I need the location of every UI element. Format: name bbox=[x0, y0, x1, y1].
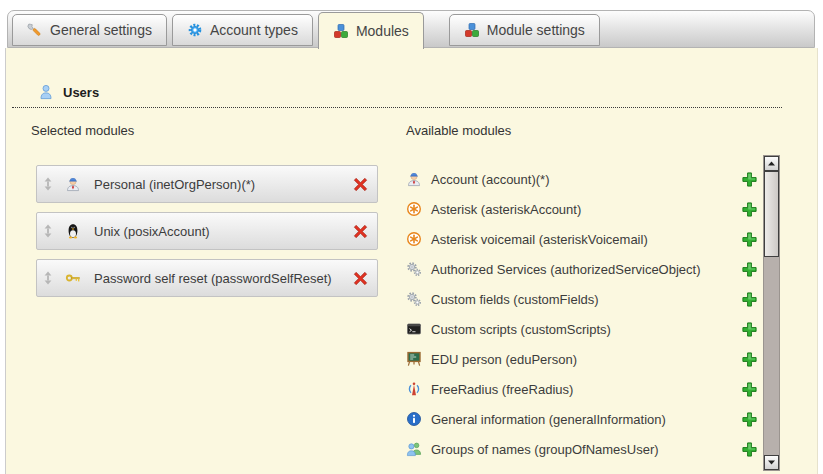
add-module-button[interactable] bbox=[741, 201, 758, 218]
tab-module-settings[interactable]: Module settings bbox=[449, 14, 600, 46]
available-modules-list: Account (account)(*) Asterisk (asteriskA… bbox=[406, 164, 758, 464]
selected-module-row: Unix (posixAccount) bbox=[36, 212, 378, 250]
person-icon bbox=[406, 171, 422, 187]
add-module-button[interactable] bbox=[741, 321, 758, 338]
available-module-row: Asterisk voicemail (asteriskVoicemail) bbox=[406, 224, 758, 254]
selected-modules-heading: Selected modules bbox=[31, 123, 134, 138]
available-module-row: Account (account)(*) bbox=[406, 164, 758, 194]
available-module-row: General information (generalInformation) bbox=[406, 404, 758, 434]
person-icon bbox=[65, 176, 81, 192]
available-module-row: FreeRadius (freeRadius) bbox=[406, 374, 758, 404]
available-module-row: Groups of names (groupOfNamesUser) bbox=[406, 434, 758, 464]
module-label: Personal (inetOrgPerson)(*) bbox=[94, 177, 255, 192]
lam-configuration-page: General settings Account types Modules M… bbox=[0, 0, 823, 474]
user-icon bbox=[38, 84, 54, 100]
wrench-icon bbox=[27, 22, 43, 38]
cubes-icon bbox=[333, 23, 349, 39]
section-title: Users bbox=[63, 85, 99, 100]
add-module-button[interactable] bbox=[741, 171, 758, 188]
available-module-row: EDU person (eduPerson) bbox=[406, 344, 758, 374]
module-label: Groups of names (groupOfNamesUser) bbox=[431, 442, 659, 457]
content-area: Users Selected modules Available modules… bbox=[5, 48, 818, 474]
module-label: Asterisk (asteriskAccount) bbox=[431, 202, 581, 217]
drag-handle-icon[interactable] bbox=[43, 177, 53, 191]
scrollbar-thumb[interactable] bbox=[764, 171, 779, 257]
cubes-icon bbox=[464, 22, 480, 38]
scroll-up-button[interactable] bbox=[764, 156, 779, 171]
module-label: Asterisk voicemail (asteriskVoicemail) bbox=[431, 232, 648, 247]
scroll-down-button[interactable] bbox=[764, 455, 779, 470]
module-label: Unix (posixAccount) bbox=[94, 224, 210, 239]
available-module-row: Authorized Services (authorizedServiceOb… bbox=[406, 254, 758, 284]
module-label: Password self reset (passwordSelfReset) bbox=[94, 271, 332, 286]
add-module-button[interactable] bbox=[741, 291, 758, 308]
key-icon bbox=[65, 270, 81, 286]
available-module-row: Custom scripts (customScripts) bbox=[406, 314, 758, 344]
tab-general-settings[interactable]: General settings bbox=[12, 14, 167, 46]
gears-icon bbox=[406, 291, 422, 307]
available-modules-heading: Available modules bbox=[406, 123, 511, 138]
terminal-icon bbox=[406, 321, 422, 337]
asterisk-icon bbox=[406, 201, 422, 217]
selected-modules-list: Personal (inetOrgPerson)(*) Unix (posixA… bbox=[36, 165, 378, 306]
available-modules-scrollbar[interactable] bbox=[763, 155, 780, 471]
info-icon bbox=[406, 411, 422, 427]
module-label: Custom scripts (customScripts) bbox=[431, 322, 611, 337]
add-module-button[interactable] bbox=[741, 231, 758, 248]
module-label: Account (account)(*) bbox=[431, 172, 550, 187]
add-module-button[interactable] bbox=[741, 381, 758, 398]
selected-module-row: Password self reset (passwordSelfReset) bbox=[36, 259, 378, 297]
tab-label: Account types bbox=[210, 22, 298, 38]
module-label: Custom fields (customFields) bbox=[431, 292, 599, 307]
remove-module-button[interactable] bbox=[352, 176, 369, 193]
module-label: General information (generalInformation) bbox=[431, 412, 666, 427]
add-module-button[interactable] bbox=[741, 351, 758, 368]
tab-label: Module settings bbox=[487, 22, 585, 38]
module-label: EDU person (eduPerson) bbox=[431, 352, 577, 367]
users-section-header: Users bbox=[12, 84, 782, 108]
antenna-icon bbox=[406, 381, 422, 397]
tab-account-types[interactable]: Account types bbox=[172, 14, 313, 46]
group-icon bbox=[406, 441, 422, 457]
add-module-button[interactable] bbox=[741, 261, 758, 278]
remove-module-button[interactable] bbox=[352, 223, 369, 240]
blackboard-icon bbox=[406, 351, 422, 367]
tab-modules[interactable]: Modules bbox=[318, 12, 424, 49]
available-module-row: Asterisk (asteriskAccount) bbox=[406, 194, 758, 224]
available-module-row: Custom fields (customFields) bbox=[406, 284, 758, 314]
selected-module-row: Personal (inetOrgPerson)(*) bbox=[36, 165, 378, 203]
drag-handle-icon[interactable] bbox=[43, 224, 53, 238]
add-module-button[interactable] bbox=[741, 411, 758, 428]
gears-icon bbox=[406, 261, 422, 277]
tab-label: Modules bbox=[356, 23, 409, 39]
drag-handle-icon[interactable] bbox=[43, 271, 53, 285]
module-label: Authorized Services (authorizedServiceOb… bbox=[431, 262, 701, 277]
tux-icon bbox=[65, 223, 81, 239]
add-module-button[interactable] bbox=[741, 441, 758, 458]
module-label: FreeRadius (freeRadius) bbox=[431, 382, 573, 397]
tab-label: General settings bbox=[50, 22, 152, 38]
remove-module-button[interactable] bbox=[352, 270, 369, 287]
gear-blue-icon bbox=[187, 22, 203, 38]
asterisk-icon bbox=[406, 231, 422, 247]
tab-bar: General settings Account types Modules M… bbox=[7, 10, 815, 48]
